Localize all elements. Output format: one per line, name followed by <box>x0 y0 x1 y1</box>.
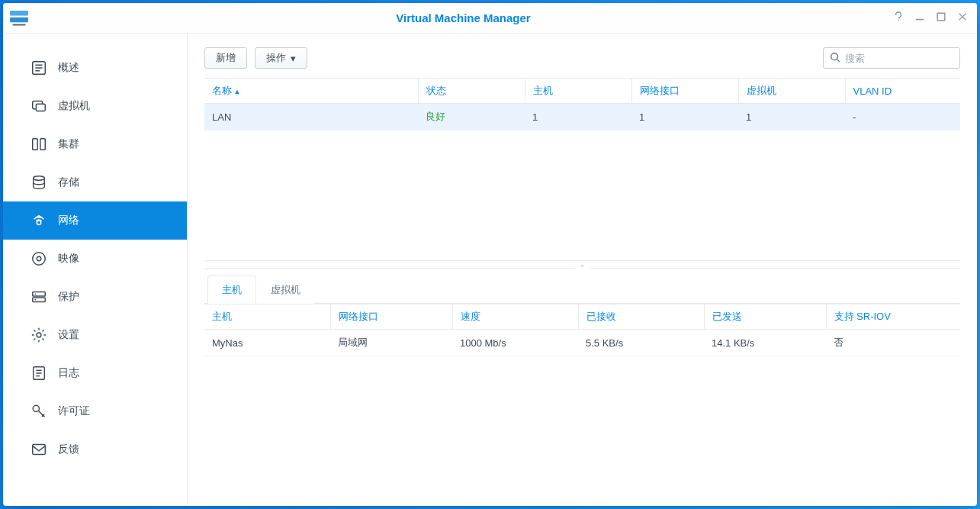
col-host[interactable]: 主机 <box>525 79 631 104</box>
sidebar-item-label: 保护 <box>58 290 79 304</box>
sidebar-item-log[interactable]: 日志 <box>3 354 187 392</box>
svg-rect-5 <box>937 13 945 21</box>
col-sriov[interactable]: 支持 SR-IOV <box>826 304 960 330</box>
svg-rect-21 <box>33 298 46 302</box>
tab-vm[interactable]: 虚拟机 <box>256 275 315 304</box>
overview-icon <box>31 60 47 76</box>
sidebar-item-storage[interactable]: 存储 <box>3 163 187 201</box>
image-icon <box>31 250 47 267</box>
search-icon <box>830 52 840 65</box>
sidebar-item-vm[interactable]: 虚拟机 <box>3 87 187 125</box>
maximize-icon[interactable] <box>936 11 946 24</box>
sidebar-item-feedback[interactable]: 反馈 <box>3 430 187 469</box>
col-name[interactable]: 名称 <box>204 79 418 104</box>
table-row[interactable]: LAN 良好 1 1 1 - <box>204 104 960 130</box>
svg-point-17 <box>37 221 41 225</box>
network-icon <box>31 212 47 229</box>
titlebar: Virtual Machine Manager <box>3 3 977 34</box>
col-host[interactable]: 主机 <box>204 304 330 330</box>
cell-tx: 14.1 KB/s <box>704 330 826 356</box>
svg-rect-2 <box>12 24 25 25</box>
cell-iface: 局域网 <box>330 330 452 356</box>
sidebar-item-label: 集群 <box>58 137 79 151</box>
add-button[interactable]: 新增 <box>204 47 247 69</box>
host-table: 主机 网络接口 速度 已接收 已发送 支持 SR-IOV MyNas <box>204 304 960 356</box>
cell-iface: 1 <box>631 104 738 130</box>
sidebar-item-label: 日志 <box>58 366 79 380</box>
toolbar: 新增 操作▾ <box>204 47 960 69</box>
split-grip-icon: ⌃ <box>574 263 591 273</box>
svg-point-16 <box>34 176 45 181</box>
app-icon <box>9 10 29 27</box>
protect-icon <box>31 288 47 305</box>
detail-panel: 主机 虚拟机 主机 网络接口 速度 已接收 已发送 <box>204 275 960 506</box>
detail-tabs: 主机 虚拟机 <box>204 275 960 304</box>
cell-sriov: 否 <box>826 330 960 356</box>
svg-rect-13 <box>36 104 45 111</box>
table-row[interactable]: MyNas 局域网 1000 Mb/s 5.5 KB/s 14.1 KB/s 否 <box>204 330 960 356</box>
sidebar-item-image[interactable]: 映像 <box>3 240 187 278</box>
svg-rect-14 <box>33 139 37 150</box>
sidebar-item-label: 网络 <box>58 214 79 227</box>
cell-vm: 1 <box>738 104 845 130</box>
table-header-row: 主机 网络接口 速度 已接收 已发送 支持 SR-IOV <box>204 304 960 330</box>
svg-point-24 <box>37 333 41 337</box>
vm-icon <box>31 98 47 114</box>
split-divider[interactable]: ⌃ <box>204 261 960 275</box>
cell-name: LAN <box>204 104 418 130</box>
app-window: Virtual Machine Manager 概述 虚拟机 集群 <box>3 3 977 506</box>
col-tx[interactable]: 已发送 <box>704 304 826 330</box>
svg-point-19 <box>37 256 41 261</box>
svg-point-31 <box>831 53 838 60</box>
sidebar-item-label: 概述 <box>58 61 79 75</box>
cell-host: MyNas <box>204 330 330 356</box>
sidebar-item-overview[interactable]: 概述 <box>3 49 187 87</box>
col-rx[interactable]: 已接收 <box>578 304 704 330</box>
svg-rect-30 <box>33 445 46 455</box>
minimize-icon[interactable] <box>914 11 925 24</box>
col-vlan[interactable]: VLAN ID <box>845 79 960 104</box>
svg-line-32 <box>837 59 840 62</box>
main-content: 新增 操作▾ 名称 状态 主机 网络接口 <box>188 34 977 506</box>
network-table: 名称 状态 主机 网络接口 虚拟机 VLAN ID LAN 良好 1 <box>204 78 960 130</box>
mail-icon <box>31 441 47 458</box>
svg-point-18 <box>33 253 46 266</box>
svg-rect-1 <box>10 17 28 21</box>
sidebar-item-settings[interactable]: 设置 <box>3 316 187 354</box>
help-icon[interactable] <box>893 11 904 24</box>
action-button[interactable]: 操作▾ <box>255 47 307 69</box>
sidebar-item-label: 映像 <box>58 252 79 266</box>
close-icon[interactable] <box>957 11 968 24</box>
col-speed[interactable]: 速度 <box>452 304 578 330</box>
table-header-row: 名称 状态 主机 网络接口 虚拟机 VLAN ID <box>204 79 960 104</box>
col-vm[interactable]: 虚拟机 <box>738 79 845 104</box>
svg-point-22 <box>35 293 37 295</box>
tab-host[interactable]: 主机 <box>207 275 256 304</box>
cell-speed: 1000 Mb/s <box>452 330 578 356</box>
cluster-icon <box>31 136 47 153</box>
sidebar-item-label: 虚拟机 <box>58 99 90 113</box>
svg-rect-15 <box>40 139 45 150</box>
sidebar-item-license[interactable]: 许可证 <box>3 392 187 430</box>
search-box[interactable] <box>823 47 960 69</box>
col-status[interactable]: 状态 <box>418 79 525 104</box>
sidebar-item-network[interactable]: 网络 <box>3 201 187 240</box>
sidebar-item-protect[interactable]: 保护 <box>3 278 187 316</box>
sidebar-item-label: 存储 <box>58 176 79 189</box>
sidebar-item-cluster[interactable]: 集群 <box>3 125 187 163</box>
window-controls <box>893 11 968 24</box>
cell-status: 良好 <box>418 104 525 130</box>
col-iface[interactable]: 网络接口 <box>631 79 738 104</box>
key-icon <box>31 403 47 420</box>
sidebar-item-label: 设置 <box>58 328 79 342</box>
gear-icon <box>31 327 47 343</box>
cell-vlan: - <box>845 104 960 130</box>
col-iface[interactable]: 网络接口 <box>330 304 452 330</box>
search-input[interactable] <box>845 53 973 64</box>
window-title: Virtual Machine Manager <box>34 11 893 24</box>
svg-rect-0 <box>10 11 28 15</box>
svg-point-23 <box>35 299 37 301</box>
log-icon <box>31 365 47 382</box>
sidebar: 概述 虚拟机 集群 存储 网络 映像 <box>3 34 188 506</box>
sidebar-item-label: 反馈 <box>58 443 79 456</box>
